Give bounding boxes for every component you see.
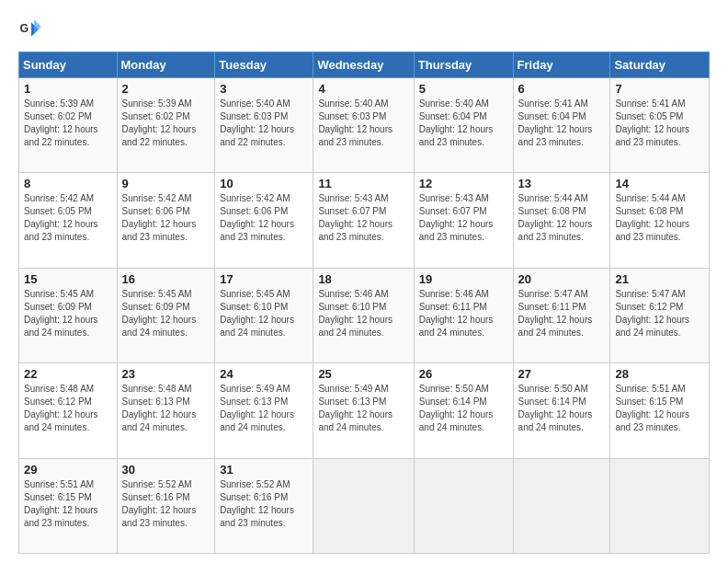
calendar-cell: 6Sunrise: 5:41 AMSunset: 6:04 PMDaylight… — [513, 78, 610, 173]
calendar-cell: 31Sunrise: 5:52 AMSunset: 6:16 PMDayligh… — [215, 458, 313, 553]
logo-icon: G — [18, 17, 44, 42]
header-cell-monday: Monday — [117, 52, 215, 78]
day-number: 8 — [24, 177, 112, 190]
calendar-week-2: 8Sunrise: 5:42 AMSunset: 6:05 PMDaylight… — [19, 173, 710, 268]
calendar-table: SundayMondayTuesdayWednesdayThursdayFrid… — [18, 52, 710, 554]
day-info: Sunrise: 5:47 AMSunset: 6:11 PMDaylight:… — [518, 288, 606, 339]
day-number: 6 — [518, 82, 606, 96]
day-info: Sunrise: 5:48 AMSunset: 6:13 PMDaylight:… — [122, 383, 210, 434]
calendar-cell: 30Sunrise: 5:52 AMSunset: 6:16 PMDayligh… — [117, 458, 215, 553]
day-number: 30 — [122, 463, 210, 477]
calendar-cell: 8Sunrise: 5:42 AMSunset: 6:05 PMDaylight… — [19, 173, 118, 268]
header-row: SundayMondayTuesdayWednesdayThursdayFrid… — [19, 52, 710, 78]
calendar-cell: 23Sunrise: 5:48 AMSunset: 6:13 PMDayligh… — [117, 363, 215, 458]
day-info: Sunrise: 5:44 AMSunset: 6:08 PMDaylight:… — [615, 192, 704, 244]
day-info: Sunrise: 5:52 AMSunset: 6:16 PMDaylight:… — [220, 478, 308, 530]
calendar-cell: 3Sunrise: 5:40 AMSunset: 6:03 PMDaylight… — [215, 78, 313, 173]
header-cell-wednesday: Wednesday — [313, 52, 414, 78]
header-cell-saturday: Saturday — [610, 52, 710, 78]
header-cell-friday: Friday — [513, 52, 610, 78]
calendar-week-3: 15Sunrise: 5:45 AMSunset: 6:09 PMDayligh… — [19, 268, 710, 362]
calendar-cell: 12Sunrise: 5:43 AMSunset: 6:07 PMDayligh… — [414, 173, 513, 268]
day-info: Sunrise: 5:45 AMSunset: 6:09 PMDaylight:… — [24, 288, 112, 339]
day-number: 29 — [24, 463, 112, 477]
day-number: 23 — [122, 367, 210, 381]
day-info: Sunrise: 5:50 AMSunset: 6:14 PMDaylight:… — [419, 383, 508, 434]
day-number: 13 — [518, 177, 606, 190]
calendar-cell: 18Sunrise: 5:46 AMSunset: 6:10 PMDayligh… — [313, 268, 414, 362]
day-info: Sunrise: 5:51 AMSunset: 6:15 PMDaylight:… — [24, 478, 112, 530]
header-cell-sunday: Sunday — [19, 52, 118, 78]
calendar-cell: 4Sunrise: 5:40 AMSunset: 6:03 PMDaylight… — [313, 78, 414, 173]
day-info: Sunrise: 5:40 AMSunset: 6:03 PMDaylight:… — [220, 98, 308, 149]
day-info: Sunrise: 5:42 AMSunset: 6:05 PMDaylight:… — [24, 192, 112, 244]
day-info: Sunrise: 5:48 AMSunset: 6:12 PMDaylight:… — [24, 383, 112, 434]
day-number: 16 — [122, 272, 210, 286]
calendar-cell: 28Sunrise: 5:51 AMSunset: 6:15 PMDayligh… — [610, 363, 710, 458]
day-info: Sunrise: 5:45 AMSunset: 6:09 PMDaylight:… — [122, 288, 210, 339]
header-cell-thursday: Thursday — [414, 52, 513, 78]
calendar-cell: 25Sunrise: 5:49 AMSunset: 6:13 PMDayligh… — [313, 363, 414, 458]
day-info: Sunrise: 5:43 AMSunset: 6:07 PMDaylight:… — [318, 192, 408, 244]
day-number: 17 — [220, 272, 308, 286]
calendar-cell: 14Sunrise: 5:44 AMSunset: 6:08 PMDayligh… — [610, 173, 710, 268]
day-number: 12 — [419, 177, 508, 190]
day-number: 21 — [615, 272, 704, 286]
svg-marker-2 — [34, 19, 41, 34]
day-info: Sunrise: 5:44 AMSunset: 6:08 PMDaylight:… — [518, 192, 606, 244]
calendar-cell: 2Sunrise: 5:39 AMSunset: 6:02 PMDaylight… — [117, 78, 215, 173]
svg-text:G: G — [20, 22, 29, 35]
calendar-body: 1Sunrise: 5:39 AMSunset: 6:02 PMDaylight… — [19, 78, 710, 554]
top-section: G — [18, 17, 710, 42]
day-info: Sunrise: 5:42 AMSunset: 6:06 PMDaylight:… — [220, 192, 308, 244]
day-info: Sunrise: 5:42 AMSunset: 6:06 PMDaylight:… — [122, 192, 210, 244]
day-number: 1 — [24, 82, 112, 96]
calendar-cell — [414, 458, 513, 553]
calendar-week-4: 22Sunrise: 5:48 AMSunset: 6:12 PMDayligh… — [19, 363, 710, 458]
calendar-cell: 21Sunrise: 5:47 AMSunset: 6:12 PMDayligh… — [610, 268, 710, 362]
calendar-cell: 1Sunrise: 5:39 AMSunset: 6:02 PMDaylight… — [19, 78, 118, 173]
day-number: 4 — [318, 82, 408, 96]
day-info: Sunrise: 5:41 AMSunset: 6:05 PMDaylight:… — [615, 98, 704, 149]
day-info: Sunrise: 5:40 AMSunset: 6:03 PMDaylight:… — [318, 98, 408, 149]
day-number: 25 — [318, 367, 408, 381]
day-info: Sunrise: 5:41 AMSunset: 6:04 PMDaylight:… — [518, 98, 606, 149]
calendar-cell: 16Sunrise: 5:45 AMSunset: 6:09 PMDayligh… — [117, 268, 215, 362]
day-number: 10 — [220, 177, 308, 190]
day-number: 2 — [122, 82, 210, 96]
calendar-cell: 27Sunrise: 5:50 AMSunset: 6:14 PMDayligh… — [513, 363, 610, 458]
day-info: Sunrise: 5:52 AMSunset: 6:16 PMDaylight:… — [122, 478, 210, 530]
day-info: Sunrise: 5:50 AMSunset: 6:14 PMDaylight:… — [518, 383, 606, 434]
calendar-cell: 10Sunrise: 5:42 AMSunset: 6:06 PMDayligh… — [215, 173, 313, 268]
calendar-cell: 22Sunrise: 5:48 AMSunset: 6:12 PMDayligh… — [19, 363, 118, 458]
day-number: 9 — [122, 177, 210, 190]
page: G SundayMondayTuesdayWednesdayThursdayFr… — [0, 0, 728, 563]
calendar-cell: 24Sunrise: 5:49 AMSunset: 6:13 PMDayligh… — [215, 363, 313, 458]
day-number: 22 — [24, 367, 112, 381]
calendar-cell — [313, 458, 414, 553]
day-info: Sunrise: 5:40 AMSunset: 6:04 PMDaylight:… — [419, 98, 508, 149]
day-number: 24 — [220, 367, 308, 381]
day-number: 11 — [318, 177, 408, 190]
calendar-cell: 13Sunrise: 5:44 AMSunset: 6:08 PMDayligh… — [513, 173, 610, 268]
day-number: 3 — [220, 82, 308, 96]
calendar-cell: 20Sunrise: 5:47 AMSunset: 6:11 PMDayligh… — [513, 268, 610, 362]
day-number: 31 — [220, 463, 308, 477]
day-info: Sunrise: 5:49 AMSunset: 6:13 PMDaylight:… — [220, 383, 308, 434]
day-number: 14 — [615, 177, 704, 190]
calendar-cell: 5Sunrise: 5:40 AMSunset: 6:04 PMDaylight… — [414, 78, 513, 173]
day-number: 18 — [318, 272, 408, 286]
day-info: Sunrise: 5:39 AMSunset: 6:02 PMDaylight:… — [122, 98, 210, 149]
calendar-cell: 19Sunrise: 5:46 AMSunset: 6:11 PMDayligh… — [414, 268, 513, 362]
day-info: Sunrise: 5:46 AMSunset: 6:11 PMDaylight:… — [419, 288, 508, 339]
day-info: Sunrise: 5:49 AMSunset: 6:13 PMDaylight:… — [318, 383, 408, 434]
calendar-week-1: 1Sunrise: 5:39 AMSunset: 6:02 PMDaylight… — [19, 78, 710, 173]
calendar-cell — [610, 458, 710, 553]
calendar-cell — [513, 458, 610, 553]
calendar-cell: 17Sunrise: 5:45 AMSunset: 6:10 PMDayligh… — [215, 268, 313, 362]
day-number: 26 — [419, 367, 508, 381]
day-number: 5 — [419, 82, 508, 96]
calendar-cell: 9Sunrise: 5:42 AMSunset: 6:06 PMDaylight… — [117, 173, 215, 268]
day-info: Sunrise: 5:43 AMSunset: 6:07 PMDaylight:… — [419, 192, 508, 244]
calendar-header: SundayMondayTuesdayWednesdayThursdayFrid… — [19, 52, 710, 78]
